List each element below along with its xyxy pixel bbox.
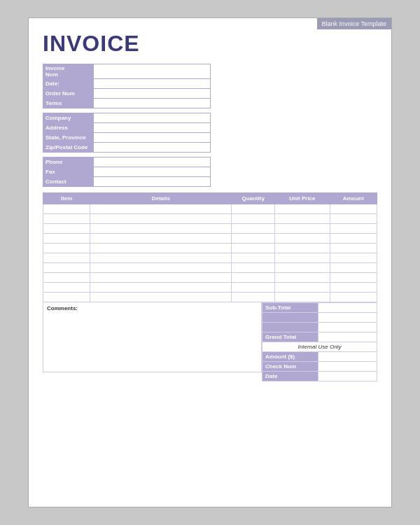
check-num-value[interactable] xyxy=(318,362,377,372)
line-item-row xyxy=(43,214,377,224)
contact-info-table: Phone Fax Contact xyxy=(43,157,211,187)
line-item-row xyxy=(43,283,377,293)
extra-row-1 xyxy=(262,313,377,323)
price-cell[interactable] xyxy=(275,234,330,244)
address-value[interactable] xyxy=(93,123,210,133)
item-cell[interactable] xyxy=(43,214,90,224)
price-cell[interactable] xyxy=(275,244,330,253)
fax-label: Fax xyxy=(43,167,94,177)
details-cell[interactable] xyxy=(90,234,232,244)
price-cell[interactable] xyxy=(275,283,330,293)
subtotal-value[interactable] xyxy=(318,303,377,313)
amount-cell[interactable] xyxy=(330,263,377,273)
item-cell[interactable] xyxy=(43,234,90,244)
invoice-num-value[interactable] xyxy=(93,64,210,79)
item-cell[interactable] xyxy=(43,273,90,283)
amount-cell[interactable] xyxy=(330,273,377,283)
company-value[interactable] xyxy=(93,113,210,123)
price-cell[interactable] xyxy=(275,253,330,263)
amount-header: Amount xyxy=(330,193,377,204)
amount-cell[interactable] xyxy=(330,283,377,293)
table-header-row: Item Details Quantity Unit Price Amount xyxy=(43,193,377,204)
item-cell[interactable] xyxy=(43,293,90,302)
amount-value[interactable] xyxy=(318,352,377,362)
price-cell[interactable] xyxy=(275,204,330,214)
bottom-section: Comments: Sub-Total Grand Total xyxy=(43,302,377,382)
payment-date-value[interactable] xyxy=(318,372,377,382)
table-row: State, Province xyxy=(43,133,211,143)
item-cell[interactable] xyxy=(43,204,90,214)
item-cell[interactable] xyxy=(43,224,90,234)
price-cell[interactable] xyxy=(275,293,330,302)
amount-cell[interactable] xyxy=(330,244,377,253)
line-item-row xyxy=(43,263,377,273)
line-items-table: Item Details Quantity Unit Price Amount xyxy=(43,192,377,302)
order-num-value[interactable] xyxy=(93,89,210,99)
qty-cell[interactable] xyxy=(232,224,275,234)
amount-cell[interactable] xyxy=(330,224,377,234)
details-cell[interactable] xyxy=(90,224,232,234)
item-cell[interactable] xyxy=(43,263,90,273)
price-cell[interactable] xyxy=(275,263,330,273)
table-row: Order Num xyxy=(43,89,211,99)
grand-total-value[interactable] xyxy=(318,332,377,342)
details-cell[interactable] xyxy=(90,293,232,302)
contact-label: Contact xyxy=(43,177,94,187)
qty-cell[interactable] xyxy=(232,293,275,302)
date-value[interactable] xyxy=(93,79,210,89)
extra-value-1[interactable] xyxy=(318,313,377,323)
details-cell[interactable] xyxy=(90,253,232,263)
qty-cell[interactable] xyxy=(232,244,275,253)
details-cell[interactable] xyxy=(90,263,232,273)
state-province-label: State, Province xyxy=(43,133,94,143)
details-cell[interactable] xyxy=(90,204,232,214)
fax-value[interactable] xyxy=(93,167,210,177)
item-cell[interactable] xyxy=(43,283,90,293)
qty-cell[interactable] xyxy=(232,253,275,263)
qty-cell[interactable] xyxy=(232,263,275,273)
table-row: Fax xyxy=(43,167,211,177)
comments-area[interactable]: Comments: xyxy=(43,302,262,372)
order-num-label: Order Num xyxy=(43,89,94,99)
details-cell[interactable] xyxy=(90,214,232,224)
details-cell[interactable] xyxy=(90,273,232,283)
item-cell[interactable] xyxy=(43,253,90,263)
price-cell[interactable] xyxy=(275,214,330,224)
amount-cell[interactable] xyxy=(330,293,377,302)
qty-cell[interactable] xyxy=(232,214,275,224)
qty-cell[interactable] xyxy=(232,234,275,244)
check-num-row: Check Num xyxy=(262,362,377,372)
contact-value[interactable] xyxy=(93,177,210,187)
phone-value[interactable] xyxy=(93,158,210,167)
internal-use-text: Internal Use Only xyxy=(262,342,377,352)
qty-cell[interactable] xyxy=(232,273,275,283)
price-cell[interactable] xyxy=(275,224,330,234)
state-province-value[interactable] xyxy=(93,133,210,143)
terms-value[interactable] xyxy=(93,99,210,108)
amount-cell[interactable] xyxy=(330,234,377,244)
quantity-header: Quantity xyxy=(232,193,275,204)
template-label: Blank Invoice Template xyxy=(317,18,391,29)
qty-cell[interactable] xyxy=(232,204,275,214)
qty-cell[interactable] xyxy=(232,283,275,293)
invoice-num-label: InvoiceNum xyxy=(43,64,94,79)
table-row: Terms xyxy=(43,99,211,108)
details-cell[interactable] xyxy=(90,283,232,293)
table-row: Zip/Postal Code xyxy=(43,143,211,153)
details-cell[interactable] xyxy=(90,244,232,253)
amount-cell[interactable] xyxy=(330,214,377,224)
amount-label: Amount ($) xyxy=(262,352,318,362)
extra-value-2[interactable] xyxy=(318,323,377,332)
item-cell[interactable] xyxy=(43,244,90,253)
totals-table: Sub-Total Grand Total Internal Use Only xyxy=(262,302,377,382)
date-label: Date: xyxy=(43,79,94,89)
zip-label: Zip/Postal Code xyxy=(43,143,94,153)
invoice-page: Blank Invoice Template INVOICE InvoiceNu… xyxy=(28,18,392,507)
extra-label-2 xyxy=(262,323,318,332)
amount-cell[interactable] xyxy=(330,204,377,214)
line-item-row xyxy=(43,204,377,214)
amount-cell[interactable] xyxy=(330,253,377,263)
zip-value[interactable] xyxy=(93,143,210,153)
price-cell[interactable] xyxy=(275,273,330,283)
line-item-row xyxy=(43,273,377,283)
